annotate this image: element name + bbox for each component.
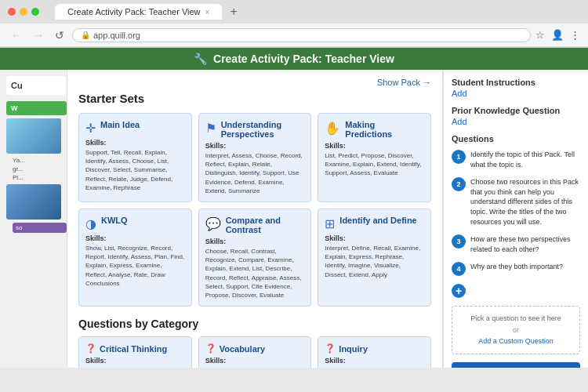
understanding-skills-label: Skills: <box>205 142 305 150</box>
q-card-header-critical: ❓ Critical Thinking <box>85 343 185 354</box>
question-number-3: 3 <box>452 234 466 249</box>
sidebar-purple-btn[interactable]: so <box>13 223 67 233</box>
add-question-btn[interactable]: + <box>452 284 466 298</box>
forward-button[interactable]: → <box>30 27 47 43</box>
starter-card-compare-contrast[interactable]: 💬 Compare and Contrast Skills: Choose, R… <box>198 209 312 307</box>
question-text-2: Choose two resources in this Pack that y… <box>470 177 580 227</box>
pick-or-text: or <box>513 326 519 334</box>
tab-bar: Create Activity Pack: Teacher View × + <box>47 1 580 23</box>
q-card-header-vocab: ❓ Vocabulary <box>205 343 305 354</box>
sidebar-text-gr: gr... <box>13 165 67 172</box>
pick-question-box: Pick a question to see it here or Add a … <box>452 306 580 354</box>
understanding-title: Understanding Perspectives <box>221 120 305 139</box>
main-layout: Cu W Ya... gr... Pl... so Show Pack → St… <box>0 70 588 368</box>
predictions-skills-label: Skills: <box>325 142 424 150</box>
question-text-4: Why are they both important? <box>470 262 563 272</box>
student-instructions-add-link[interactable]: Add <box>452 89 580 98</box>
main-idea-skills-label: Skills: <box>85 139 185 147</box>
page-header: 🔧 Create Activity Pack: Teacher View <box>0 48 588 70</box>
maximize-dot[interactable] <box>31 8 39 16</box>
question-text-3: How are these two perspectives related t… <box>470 234 580 254</box>
starter-card-main-idea[interactable]: ✛ Main Idea Skills: Support, Tell, Recal… <box>78 113 192 202</box>
address-bar[interactable]: 🔒 app.quill.org <box>72 28 531 42</box>
questions-grid: ❓ Critical Thinking Skills: Use Evidence… <box>78 336 431 368</box>
kwlq-title: KWLQ <box>101 216 128 225</box>
q-card-header-inquiry: ❓ Inquiry <box>325 343 424 354</box>
sidebar-green-btn[interactable]: W <box>6 101 67 115</box>
nav-icons: ☆ 👤 ⋮ <box>535 29 580 41</box>
new-tab-btn[interactable]: + <box>230 5 237 19</box>
identify-skills-label: Skills: <box>325 234 424 242</box>
address-text: app.quill.org <box>93 31 140 40</box>
identify-title: Identify and Define <box>339 216 416 225</box>
card-header-understanding: ⚑ Understanding Perspectives <box>205 120 305 139</box>
add-question-item[interactable]: + <box>452 284 580 298</box>
show-pack-row: Show Pack → <box>78 78 431 87</box>
question-number-1: 1 <box>452 150 466 164</box>
student-instructions-title: Student Instructions <box>452 78 580 87</box>
nav-bar: ← → ↺ 🔒 app.quill.org ☆ 👤 ⋮ <box>0 24 588 47</box>
page-title: Create Activity Pack: Teacher View <box>213 53 394 65</box>
predictions-icon: ✋ <box>325 121 340 136</box>
critical-thinking-title: Critical Thinking <box>100 344 167 354</box>
starter-card-making-predictions[interactable]: ✋ Making Predictions Skills: List, Predi… <box>318 113 431 202</box>
card-header-kwlq: ◑ KWLQ <box>85 216 185 231</box>
main-idea-title: Main Idea <box>100 120 140 129</box>
window-controls <box>8 8 39 16</box>
starter-card-kwlq[interactable]: ◑ KWLQ Skills: Show, List, Recognize, Re… <box>78 209 192 307</box>
card-header-compare: 💬 Compare and Contrast <box>205 216 305 234</box>
compare-icon: 💬 <box>205 216 221 231</box>
close-dot[interactable] <box>8 8 16 16</box>
browser-chrome: Create Activity Pack: Teacher View × + ←… <box>0 0 588 48</box>
add-custom-question-link[interactable]: Add a Custom Question <box>478 337 554 345</box>
active-tab[interactable]: Create Activity Pack: Teacher View × <box>55 4 222 20</box>
refresh-button[interactable]: ↺ <box>52 27 67 43</box>
kwlq-icon: ◑ <box>85 216 96 231</box>
vocabulary-icon: ❓ <box>205 343 216 354</box>
understanding-skills: Interpret, Assess, Choose, Record, Refle… <box>205 151 305 195</box>
back-button[interactable]: ← <box>8 27 25 43</box>
question-card-vocabulary[interactable]: ❓ Vocabulary Skills: Parts of Speech, De… <box>198 336 312 368</box>
starter-card-identify-define[interactable]: ⊞ Identify and Define Skills: Interpret,… <box>318 209 431 307</box>
sidebar-text-pl: Pl... <box>13 174 67 181</box>
show-pack-link[interactable]: Show Pack → <box>377 78 431 87</box>
kwlq-skills: Show, List, Recognize, Record, Report, I… <box>85 244 185 288</box>
center-content: Show Pack → Starter Sets ✛ Main Idea Ski… <box>67 70 443 368</box>
panel-question-3: 3 How are these two perspectives related… <box>452 234 580 254</box>
inquiry-title: Inquiry <box>339 344 368 354</box>
compare-skills-label: Skills: <box>205 238 305 245</box>
star-icon[interactable]: ☆ <box>535 29 545 41</box>
vocab-skills-label: Skills: <box>205 357 305 365</box>
compare-title: Compare and Contrast <box>226 216 305 234</box>
question-text-1: Identify the topic of this Pack. Tell wh… <box>470 150 580 169</box>
wrench-icon: 🔧 <box>194 53 207 65</box>
identify-icon: ⊞ <box>325 216 335 231</box>
sidebar-images: Ya... gr... Pl... so <box>6 118 67 233</box>
starter-card-understanding-perspectives[interactable]: ⚑ Understanding Perspectives Skills: Int… <box>198 113 312 202</box>
tab-close-btn[interactable]: × <box>205 8 210 16</box>
right-panel: Student Instructions Add Prior Knowledge… <box>443 70 588 368</box>
menu-icon[interactable]: ⋮ <box>570 29 580 41</box>
inquiry-skills: Use Evidence, Question, Research, Valida… <box>325 366 424 368</box>
vocab-skills: Parts of Speech, Define, Synonyms, Anton… <box>205 366 305 368</box>
question-card-inquiry[interactable]: ❓ Inquiry Skills: Use Evidence, Question… <box>318 336 431 368</box>
prior-knowledge-add-link[interactable]: Add <box>452 117 580 126</box>
understanding-icon: ⚑ <box>205 121 216 136</box>
person-icon[interactable]: 👤 <box>551 29 564 41</box>
panel-question-1: 1 Identify the topic of this Pack. Tell … <box>452 150 580 169</box>
question-number-2: 2 <box>452 177 466 191</box>
question-card-critical-thinking[interactable]: ❓ Critical Thinking Skills: Use Evidence… <box>78 336 192 368</box>
titlebar: Create Activity Pack: Teacher View × + <box>0 0 588 24</box>
card-header-predictions: ✋ Making Predictions <box>325 120 424 139</box>
questions-section-title: Questions by Category <box>78 318 431 330</box>
predictions-skills: List, Predict, Propose, Discover, Examin… <box>325 151 424 178</box>
compare-skills: Choose, Recall, Contrast, Recognize, Com… <box>205 247 305 299</box>
vocabulary-title: Vocabulary <box>220 344 266 354</box>
minimize-dot[interactable] <box>20 8 27 16</box>
starter-sets-title: Starter Sets <box>78 92 431 105</box>
inquiry-icon: ❓ <box>325 343 336 354</box>
save-and-review-button[interactable]: Save and Review <box>452 362 580 368</box>
card-header-main-idea: ✛ Main Idea <box>85 120 185 136</box>
left-sidebar: Cu W Ya... gr... Pl... so <box>0 70 67 368</box>
identify-skills: Interpret, Define, Recall, Examine, Expl… <box>325 244 424 279</box>
